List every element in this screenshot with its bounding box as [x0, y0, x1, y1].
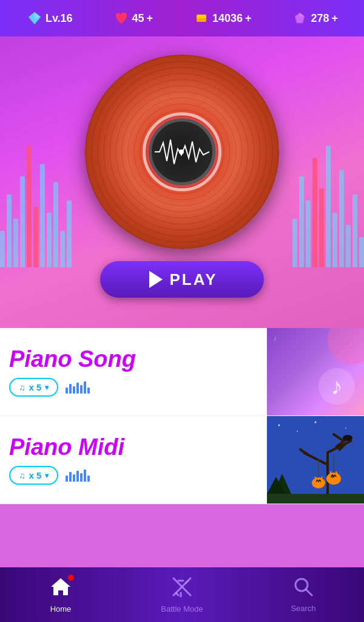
card2-text: Piano Midi ♫ x 5 ▾ [0, 424, 267, 496]
eq-bars-right [292, 49, 364, 267]
chevron-down-icon: ▾ [45, 471, 49, 480]
main-area: PLAY [0, 36, 364, 328]
eq-bar [60, 231, 65, 267]
nav-search[interactable]: Search [243, 576, 364, 613]
card2-ticket-button[interactable]: ♫ x 5 ▾ [9, 466, 58, 485]
battle-icon [171, 576, 193, 598]
eq-bar [292, 219, 297, 267]
svg-point-17 [326, 473, 341, 485]
eq-bar [20, 176, 25, 267]
card1-thumbnail: ♪ ♩ ♪ [267, 328, 364, 416]
card1-stats-button[interactable] [66, 381, 90, 394]
eq-bar [67, 200, 72, 267]
eq-bar [352, 194, 357, 267]
svg-text:♪: ♪ [331, 374, 343, 399]
svg-line-28 [186, 581, 188, 583]
eq-bar [359, 237, 364, 267]
card1-ticket-label: x 5 [29, 382, 42, 392]
gems-stat: 278 + [291, 10, 338, 27]
gems-value: 278 [311, 12, 329, 25]
play-icon [149, 271, 163, 288]
hearts-stat: 45 + [113, 10, 153, 27]
battle-label: Battle Mode [161, 604, 203, 613]
top-bar: Lv.16 45 + 14036 + 278 + [0, 0, 364, 36]
eq-bar [346, 225, 351, 267]
gold-value: 14036 [212, 12, 243, 25]
svg-point-13 [345, 428, 346, 429]
eq-bar [13, 219, 18, 267]
eq-bar [40, 164, 45, 267]
deco-circle [328, 328, 364, 364]
notification-dot [68, 575, 74, 581]
eq-bar [306, 200, 311, 267]
card1-ticket-button[interactable]: ♫ x 5 ▾ [9, 378, 58, 397]
card2-ticket-label: x 5 [29, 470, 42, 480]
music-note-icon: ♫ [19, 383, 25, 392]
home-label: Home [50, 604, 72, 613]
level-stat: Lv.16 [26, 10, 73, 27]
svg-point-12 [315, 421, 317, 423]
battle-nav-icon [171, 576, 193, 602]
cards-area: Piano Song ♫ x 5 ▾ ♪ [0, 328, 364, 504]
eq-bar [27, 146, 32, 267]
gold-plus: + [245, 12, 252, 25]
hearts-plus: + [147, 12, 153, 25]
svg-rect-3 [197, 15, 206, 18]
svg-line-29 [176, 593, 178, 595]
gold-stat: 14036 + [193, 10, 252, 27]
eq-bar [319, 188, 324, 267]
halloween-tree [267, 416, 364, 504]
card1-buttons: ♫ x 5 ▾ [9, 378, 258, 397]
gem-icon [291, 10, 308, 27]
eq-bar [7, 194, 12, 267]
thumb-icon: ♪ [315, 365, 358, 410]
deco-note: ♪ [273, 334, 277, 343]
svg-rect-21 [267, 494, 364, 504]
hearts-value: 45 [132, 12, 144, 25]
card2-stats-button[interactable] [66, 470, 90, 482]
svg-point-11 [297, 431, 298, 432]
eq-bar [299, 176, 304, 267]
piano-midi-card[interactable]: Piano Midi ♫ x 5 ▾ [0, 416, 364, 504]
card1-title: Piano Song [9, 347, 258, 372]
eq-bar [339, 170, 344, 267]
eq-bar [0, 231, 5, 267]
gems-plus: + [331, 12, 338, 25]
card1-text: Piano Song ♫ x 5 ▾ [0, 336, 267, 408]
eq-bar [312, 158, 317, 267]
search-label: Search [291, 604, 315, 613]
play-button[interactable]: PLAY [100, 261, 264, 298]
card2-title: Piano Midi [9, 435, 258, 460]
music-note-icon: ♫ [19, 471, 25, 480]
eq-bar [332, 213, 337, 267]
search-nav-icon [293, 576, 314, 601]
card2-buttons: ♫ x 5 ▾ [9, 466, 258, 485]
bottom-navigation: Home Battle Mode Search [0, 567, 364, 622]
eq-bar [326, 146, 331, 267]
eq-bar [47, 213, 52, 267]
heart-icon [113, 10, 130, 27]
eq-bars-left [0, 49, 72, 267]
search-icon [293, 576, 314, 597]
nav-home[interactable]: Home [0, 576, 121, 613]
waveform-icon [155, 137, 209, 167]
gold-icon [193, 10, 210, 27]
home-nav-icon [50, 576, 72, 602]
svg-point-18 [331, 474, 334, 478]
nav-battle[interactable]: Battle Mode [121, 576, 243, 613]
card2-thumbnail [267, 416, 364, 504]
vinyl-record [85, 55, 279, 249]
svg-point-6 [179, 149, 184, 154]
svg-point-20 [312, 477, 325, 488]
halloween-scene [267, 416, 364, 504]
diamond-icon [26, 10, 43, 27]
svg-point-10 [278, 424, 280, 426]
chevron-down-icon: ▾ [45, 383, 49, 392]
level-value: Lv.16 [46, 12, 73, 25]
piano-song-card[interactable]: Piano Song ♫ x 5 ▾ ♪ [0, 328, 364, 416]
play-label: PLAY [170, 270, 218, 289]
svg-line-31 [306, 589, 312, 595]
eq-bar [53, 182, 58, 267]
vinyl-center [149, 118, 215, 185]
eq-bar [33, 207, 38, 267]
